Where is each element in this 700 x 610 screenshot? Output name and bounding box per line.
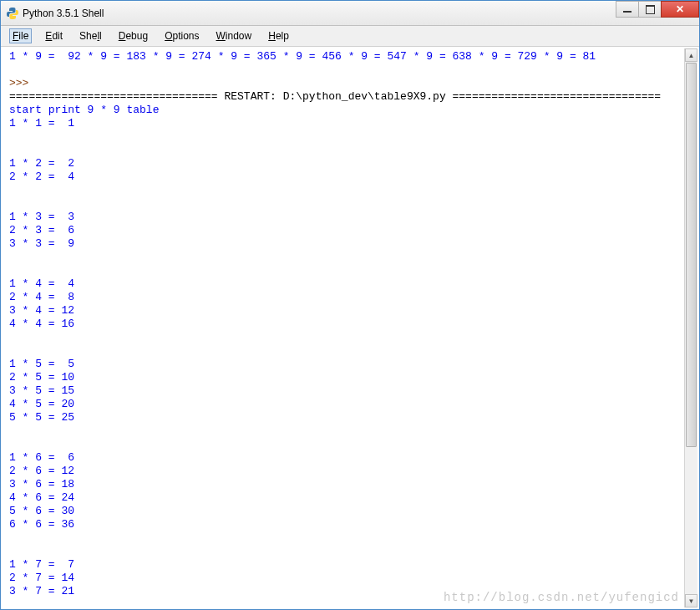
table-line: 1 * 1 = 1: [9, 117, 74, 130]
menu-file[interactable]: File: [9, 28, 32, 43]
table-line: 4 * 5 = 20: [9, 398, 74, 410]
minimize-button[interactable]: [616, 1, 639, 18]
table-line: 2 * 6 = 12: [9, 465, 74, 477]
table-line: 3 * 6 = 18: [9, 478, 74, 491]
window-controls: [616, 1, 699, 18]
scrollbar-down-arrow[interactable]: [685, 594, 697, 607]
table-line: 5 * 6 = 30: [9, 505, 74, 517]
table-line: 3 * 3 = 9: [9, 237, 74, 250]
watermark: http://blog.csdn.net/yufengicd: [444, 591, 679, 604]
titlebar: Python 3.5.1 Shell: [1, 1, 699, 26]
table-line: 3 * 4 = 12: [9, 304, 74, 317]
table-line: 1 * 6 = 6: [9, 451, 74, 464]
output-line: 1 * 9 = 92 * 9 = 183 * 9 = 274 * 9 = 365…: [9, 50, 596, 63]
table-line: 6 * 6 = 36: [9, 518, 74, 531]
close-button[interactable]: [661, 1, 699, 18]
maximize-button[interactable]: [638, 1, 662, 18]
table-line: 1 * 5 = 5: [9, 358, 74, 370]
vertical-scrollbar: [684, 48, 697, 607]
scrollbar-thumb[interactable]: [686, 63, 697, 447]
python-icon: [6, 7, 19, 20]
table-line: 5 * 5 = 25: [9, 411, 74, 424]
table-line: 4 * 6 = 24: [9, 491, 74, 504]
table-line: 2 * 4 = 8: [9, 291, 74, 303]
table-line: 2 * 3 = 6: [9, 224, 74, 236]
table-line: 1 * 3 = 3: [9, 211, 74, 223]
table-line: 1 * 2 = 2: [9, 157, 74, 170]
menu-shell[interactable]: Shell: [76, 28, 105, 43]
menu-edit[interactable]: Edit: [42, 28, 66, 43]
table-line: 3 * 7 = 21: [9, 585, 74, 597]
table-line: 1 * 7 = 7: [9, 558, 74, 571]
table-line: 4 * 4 = 16: [9, 318, 74, 330]
table-line: 2 * 2 = 4: [9, 170, 74, 183]
menu-help[interactable]: Help: [265, 28, 292, 43]
prompt: >>>: [9, 77, 35, 89]
menu-debug[interactable]: Debug: [115, 28, 151, 43]
scrollbar-up-arrow[interactable]: [685, 48, 697, 62]
table-line: 3 * 5 = 15: [9, 384, 74, 397]
start-msg: start print 9 * 9 table: [9, 104, 159, 116]
window-title: Python 3.5.1 Shell: [23, 8, 104, 19]
menubar: File Edit Shell Debug Options Window Hel…: [1, 26, 699, 47]
restart-line: ================================ RESTART…: [9, 90, 661, 103]
table-line: 2 * 7 = 14: [9, 572, 74, 584]
menu-options[interactable]: Options: [161, 28, 202, 43]
menu-window[interactable]: Window: [213, 28, 256, 43]
table-line: 1 * 4 = 4: [9, 277, 74, 290]
table-line: 2 * 5 = 10: [9, 371, 74, 384]
shell-content[interactable]: 1 * 9 = 92 * 9 = 183 * 9 = 274 * 9 = 365…: [1, 47, 699, 609]
